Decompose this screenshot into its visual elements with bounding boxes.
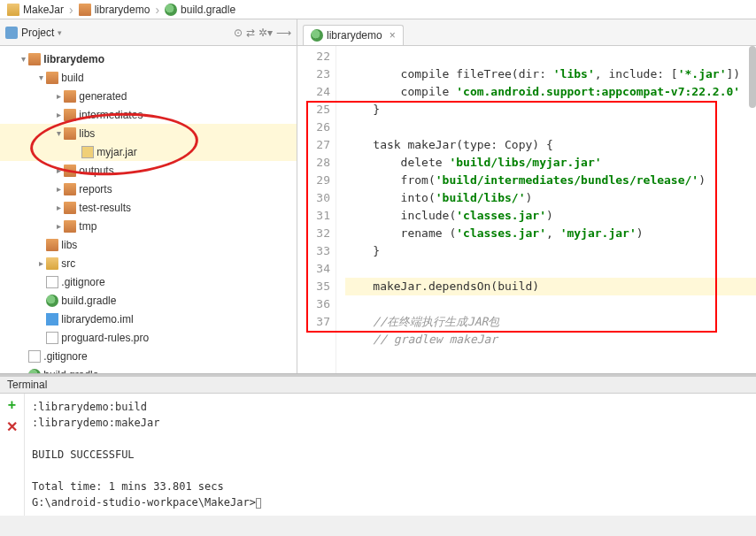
breadcrumb-bar: MakeJar › librarydemo › build.gradle xyxy=(0,0,756,19)
tree-node-build[interactable]: ▾ build xyxy=(0,68,297,87)
scroll-icon[interactable]: ⇄ xyxy=(246,27,255,39)
folder-icon xyxy=(46,239,58,251)
breadcrumb-item-module[interactable]: librarydemo xyxy=(75,0,154,19)
terminal-header[interactable]: Terminal xyxy=(0,374,756,394)
tree-node-tmp[interactable]: ▸ tmp xyxy=(0,217,297,235)
editor-tabs: librarydemo × xyxy=(297,19,756,46)
main-area: Project ▾ ⊙ ⇄ ✲▾ ⟶ ▾ librarydemo ▾ build… xyxy=(0,19,756,373)
terminal-toolbar: + ✕ xyxy=(0,394,25,516)
tab-librarydemo[interactable]: librarydemo × xyxy=(303,25,404,45)
project-tool-window: Project ▾ ⊙ ⇄ ✲▾ ⟶ ▾ librarydemo ▾ build… xyxy=(0,19,297,373)
tree-node-testresults[interactable]: ▸ test-results xyxy=(0,198,297,217)
settings-icon[interactable]: ✲▾ xyxy=(258,27,273,39)
tab-label: librarydemo xyxy=(327,29,382,42)
chevron-right-icon: › xyxy=(153,3,161,17)
tree-node-src[interactable]: ▸ src xyxy=(0,254,297,272)
breadcrumb-label: librarydemo xyxy=(95,4,150,16)
gradle-icon xyxy=(28,369,41,374)
folder-icon xyxy=(64,165,76,177)
breadcrumb-item-root[interactable]: MakeJar xyxy=(4,0,67,19)
breadcrumb-item-file[interactable]: build.gradle xyxy=(161,0,239,19)
project-header: Project ▾ ⊙ ⇄ ✲▾ ⟶ xyxy=(0,19,297,46)
tree-node-reports[interactable]: ▸ reports xyxy=(0,180,297,198)
tree-node-generated[interactable]: ▸ generated xyxy=(0,87,297,105)
tree-node-buildgradle2[interactable]: build.gradle xyxy=(0,365,297,373)
tree-node-gitignore2[interactable]: .gitignore xyxy=(0,347,297,365)
terminal-output[interactable]: :librarydemo:build :librarydemo:makeJar … xyxy=(25,394,756,516)
code-editor[interactable]: compile fileTree(dir: 'libs', include: [… xyxy=(336,46,756,373)
folder-icon xyxy=(46,257,58,270)
close-tab-icon[interactable]: × xyxy=(390,29,396,42)
gradle-icon xyxy=(311,29,323,42)
folder-icon xyxy=(64,127,76,140)
terminal-title: Terminal xyxy=(7,379,47,391)
close-session-button[interactable]: ✕ xyxy=(6,418,18,435)
tree-node-libs2[interactable]: libs xyxy=(0,235,297,254)
project-title: Project xyxy=(21,27,54,39)
scrollbar-thumb[interactable] xyxy=(749,46,756,108)
folder-icon xyxy=(64,220,76,233)
file-tree[interactable]: ▾ librarydemo ▾ build ▸ generated ▸ inte… xyxy=(0,46,297,373)
project-view-icon xyxy=(5,27,18,39)
tree-node-outputs[interactable]: ▸ outputs xyxy=(0,161,297,180)
breadcrumb-label: MakeJar xyxy=(23,4,64,16)
tree-node-buildgradle[interactable]: build.gradle xyxy=(0,291,297,310)
chevron-right-icon: › xyxy=(67,3,75,17)
file-icon xyxy=(46,276,58,288)
tree-node-myjar[interactable]: myjar.jar xyxy=(0,142,297,161)
collapse-icon[interactable]: ⊙ xyxy=(234,27,243,39)
module-folder-icon xyxy=(28,53,41,65)
gradle-icon xyxy=(46,295,58,307)
chevron-down-icon[interactable]: ▾ xyxy=(58,28,62,37)
gradle-icon xyxy=(165,4,177,16)
tree-node-proguard[interactable]: proguard-rules.pro xyxy=(0,328,297,347)
tree-node-gitignore[interactable]: .gitignore xyxy=(0,272,297,291)
file-icon xyxy=(46,332,58,344)
folder-icon xyxy=(7,4,19,16)
module-folder-icon xyxy=(79,4,91,16)
tree-node-root[interactable]: ▾ librarydemo xyxy=(0,50,297,68)
folder-icon xyxy=(64,183,76,195)
terminal-tool-window: Terminal + ✕ :librarydemo:build :library… xyxy=(0,373,756,516)
folder-icon xyxy=(64,90,76,103)
file-icon xyxy=(28,350,41,363)
terminal-cursor xyxy=(256,498,261,509)
editor-area[interactable]: 22232425262728293031323334353637 compile… xyxy=(297,46,756,373)
tree-node-libs[interactable]: ▾ libs xyxy=(0,124,297,142)
hide-icon[interactable]: ⟶ xyxy=(276,27,291,39)
folder-icon xyxy=(64,109,76,121)
iml-icon xyxy=(46,313,58,325)
folder-icon xyxy=(64,202,76,214)
tree-node-iml[interactable]: librarydemo.iml xyxy=(0,310,297,328)
editor-panel: librarydemo × 22232425262728293031323334… xyxy=(297,19,756,373)
line-number-gutter: 22232425262728293031323334353637 xyxy=(297,46,336,373)
breadcrumb-label: build.gradle xyxy=(181,4,235,16)
new-session-button[interactable]: + xyxy=(8,397,16,413)
tree-node-intermediates[interactable]: ▸ intermediates xyxy=(0,105,297,124)
jar-icon xyxy=(81,146,94,158)
folder-icon xyxy=(46,72,58,84)
